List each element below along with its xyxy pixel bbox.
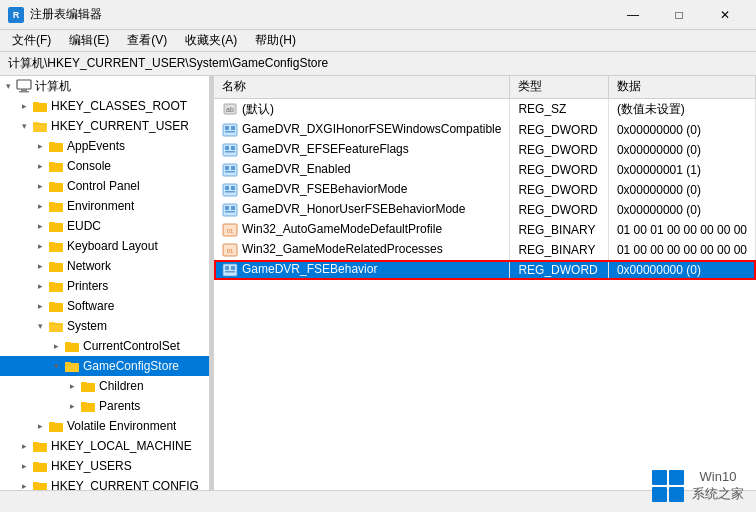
tree-label-network: Network — [67, 259, 111, 273]
cell-type-6: REG_BINARY — [510, 220, 608, 240]
tree-item-parents[interactable]: ▸ Parents — [0, 396, 209, 416]
tree-label-environment: Environment — [67, 199, 134, 213]
table-row[interactable]: GameDVR_EFSEFeatureFlagsREG_DWORD0x00000… — [214, 140, 756, 160]
folder-icon-hkey_local_machine — [32, 439, 48, 453]
tree-item-computer[interactable]: ▾ 计算机 — [0, 76, 209, 96]
tree-label-keyboard_layout: Keyboard Layout — [67, 239, 158, 253]
expand-icon-volatile_env[interactable]: ▸ — [32, 418, 48, 434]
expand-icon-hkey_current_config[interactable]: ▸ — [16, 478, 32, 490]
svg-rect-41 — [33, 442, 39, 445]
expand-icon-network[interactable]: ▸ — [32, 258, 48, 274]
tree-item-environment[interactable]: ▸ Environment — [0, 196, 209, 216]
svg-rect-45 — [33, 482, 39, 485]
expand-icon-eudc[interactable]: ▸ — [32, 218, 48, 234]
svg-rect-79 — [669, 487, 684, 502]
svg-rect-0 — [17, 80, 31, 89]
table-row[interactable]: 01 Win32_AutoGameModeDefaultProfileREG_B… — [214, 220, 756, 240]
expand-icon-parents[interactable]: ▸ — [64, 398, 80, 414]
tree-item-keyboard_layout[interactable]: ▸ Keyboard Layout — [0, 236, 209, 256]
tree-label-parents: Parents — [99, 399, 140, 413]
expand-icon-hkey_local_machine[interactable]: ▸ — [16, 438, 32, 454]
expand-icon-computer[interactable]: ▾ — [0, 78, 16, 94]
tree-item-control_panel[interactable]: ▸ Control Panel — [0, 176, 209, 196]
table-row[interactable]: 01 Win32_GameModeRelatedProcessesREG_BIN… — [214, 240, 756, 260]
menu-item-v[interactable]: 查看(V) — [119, 30, 175, 51]
cell-name-text-3: GameDVR_Enabled — [242, 162, 351, 176]
folder-icon-hkey_classes_root — [32, 99, 48, 113]
tree-item-hkey_current_user[interactable]: ▾ HKEY_CURRENT_USER — [0, 116, 209, 136]
computer-icon — [16, 79, 32, 93]
folder-icon-printers — [48, 279, 64, 293]
svg-text:01: 01 — [227, 228, 234, 234]
expand-icon-system[interactable]: ▾ — [32, 318, 48, 334]
tree-label-children: Children — [99, 379, 144, 393]
cell-type-0: REG_SZ — [510, 98, 608, 120]
svg-rect-57 — [225, 166, 229, 170]
tree-item-hkey_local_machine[interactable]: ▸ HKEY_LOCAL_MACHINE — [0, 436, 209, 456]
expand-icon-keyboard_layout[interactable]: ▸ — [32, 238, 48, 254]
menu-item-f[interactable]: 文件(F) — [4, 30, 59, 51]
col-name-header: 名称 — [214, 76, 510, 98]
expand-icon-children[interactable]: ▸ — [64, 378, 80, 394]
tree-item-printers[interactable]: ▸ Printers — [0, 276, 209, 296]
tree-item-network[interactable]: ▸ Network — [0, 256, 209, 276]
table-row[interactable]: GameDVR_DXGIHonorFSEWindowsCompatibleREG… — [214, 120, 756, 140]
expand-icon-hkey_users[interactable]: ▸ — [16, 458, 32, 474]
tree-item-eudc[interactable]: ▸ EUDC — [0, 216, 209, 236]
tree-item-gameconfigstore[interactable]: ▾ GameConfigStore — [0, 356, 209, 376]
cell-data-8: 0x00000000 (0) — [608, 260, 755, 280]
expand-icon-printers[interactable]: ▸ — [32, 278, 48, 294]
tree-item-console[interactable]: ▸ Console — [0, 156, 209, 176]
expand-icon-hkey_classes_root[interactable]: ▸ — [16, 98, 32, 114]
folder-icon-hkey_current_config — [32, 479, 48, 490]
tree-label-hkey_current_user: HKEY_CURRENT_USER — [51, 119, 189, 133]
svg-text:ab: ab — [226, 106, 234, 113]
svg-rect-61 — [225, 186, 229, 190]
expand-icon-console[interactable]: ▸ — [32, 158, 48, 174]
tree-item-system[interactable]: ▾ System — [0, 316, 209, 336]
close-button[interactable]: ✕ — [702, 0, 748, 30]
table-row[interactable]: GameDVR_EnabledREG_DWORD0x00000001 (1) — [214, 160, 756, 180]
expand-icon-environment[interactable]: ▸ — [32, 198, 48, 214]
folder-icon-console — [48, 159, 64, 173]
expand-icon-currentcontrolset[interactable]: ▸ — [48, 338, 64, 354]
expand-icon-hkey_current_user[interactable]: ▾ — [16, 118, 32, 134]
table-row[interactable]: ab (默认)REG_SZ(数值未设置) — [214, 98, 756, 120]
svg-rect-59 — [225, 171, 235, 173]
svg-rect-39 — [49, 422, 55, 425]
tree-label-console: Console — [67, 159, 111, 173]
table-row[interactable]: GameDVR_FSEBehaviorREG_DWORD0x00000000 (… — [214, 260, 756, 280]
maximize-button[interactable]: □ — [656, 0, 702, 30]
cell-name-text-0: (默认) — [242, 102, 274, 116]
svg-rect-54 — [231, 146, 235, 150]
cell-name-text-1: GameDVR_DXGIHonorFSEWindowsCompatible — [242, 122, 501, 136]
cell-name-5: GameDVR_HonorUserFSEBehaviorMode — [214, 200, 510, 220]
tree-item-hkey_classes_root[interactable]: ▸ HKEY_CLASSES_ROOT — [0, 96, 209, 116]
tree-item-hkey_current_config[interactable]: ▸ HKEY_CURRENT CONFIG — [0, 476, 209, 490]
menu-item-e[interactable]: 编辑(E) — [61, 30, 117, 51]
menu-item-a[interactable]: 收藏夹(A) — [177, 30, 245, 51]
tree-item-appevents[interactable]: ▸ AppEvents — [0, 136, 209, 156]
cell-name-text-6: Win32_AutoGameModeDefaultProfile — [242, 222, 442, 236]
main-content: ▾ 计算机▸ HKEY_CLASSES_ROOT▾ HKEY_CURRENT_U… — [0, 76, 756, 490]
expand-icon-gameconfigstore[interactable]: ▾ — [48, 358, 64, 374]
cell-name-7: 01 Win32_GameModeRelatedProcesses — [214, 240, 510, 260]
status-bar — [0, 490, 756, 512]
menu-item-h[interactable]: 帮助(H) — [247, 30, 304, 51]
expand-icon-appevents[interactable]: ▸ — [32, 138, 48, 154]
tree-label-appevents: AppEvents — [67, 139, 125, 153]
tree-item-hkey_users[interactable]: ▸ HKEY_USERS — [0, 456, 209, 476]
watermark: Win10系统之家 — [650, 468, 744, 504]
svg-rect-15 — [49, 202, 55, 205]
table-row[interactable]: GameDVR_FSEBehaviorModeREG_DWORD0x000000… — [214, 180, 756, 200]
cell-data-6: 01 00 01 00 00 00 00 00 — [608, 220, 755, 240]
table-row[interactable]: GameDVR_HonorUserFSEBehaviorModeREG_DWOR… — [214, 200, 756, 220]
tree-item-software[interactable]: ▸ Software — [0, 296, 209, 316]
watermark-text: Win10系统之家 — [692, 469, 744, 503]
expand-icon-control_panel[interactable]: ▸ — [32, 178, 48, 194]
minimize-button[interactable]: — — [610, 0, 656, 30]
tree-item-children[interactable]: ▸ Children — [0, 376, 209, 396]
tree-item-currentcontrolset[interactable]: ▸ CurrentControlSet — [0, 336, 209, 356]
expand-icon-software[interactable]: ▸ — [32, 298, 48, 314]
tree-item-volatile_env[interactable]: ▸ Volatile Environment — [0, 416, 209, 436]
